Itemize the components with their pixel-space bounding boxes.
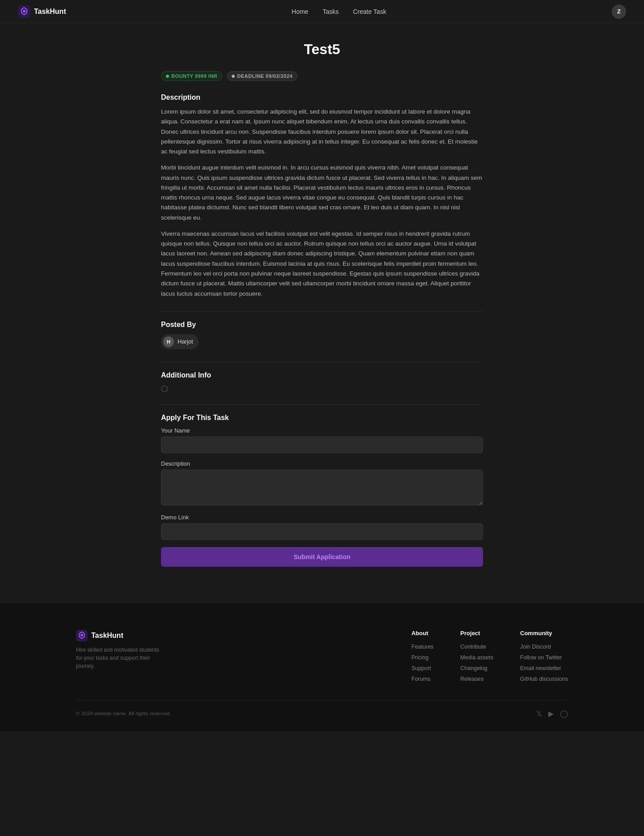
instagram-icon[interactable]: ◯ — [560, 709, 568, 718]
footer-top: TaskHunt Hire skilled and motivated stud… — [76, 630, 568, 682]
deadline-label: DEADLINE 09/02/2024 — [237, 73, 292, 79]
footer-tagline: Hire skilled and motivated students for … — [76, 646, 165, 670]
author-avatar: H — [163, 336, 174, 347]
youtube-icon[interactable]: ▶ — [548, 709, 554, 718]
apply-section: Apply For This Task Your Name Descriptio… — [161, 414, 483, 567]
footer-logo: TaskHunt — [76, 630, 165, 641]
main-content: Test5 BOUNTY 9999 INR DEADLINE 09/02/202… — [152, 23, 492, 603]
footer-col-project-title: Project — [460, 630, 493, 637]
footer-col-project: Project Contribute Media assets Changelo… — [460, 630, 493, 682]
apply-heading: Apply For This Task — [161, 414, 483, 422]
footer-bottom: © 2024 website name. All rights reserved… — [76, 700, 568, 718]
deadline-badge: DEADLINE 09/02/2024 — [227, 71, 297, 81]
footer-logo-text: TaskHunt — [91, 632, 123, 640]
bounty-label: BOUNTY 9999 INR — [171, 73, 217, 79]
bounty-badge: BOUNTY 9999 INR — [161, 71, 222, 81]
svg-point-2 — [23, 10, 25, 13]
description-para-1: Lorem ipsum dolor sit amet, consectetur … — [161, 107, 483, 157]
divider-3 — [161, 404, 483, 405]
author-chip: H Harjot — [161, 334, 199, 349]
description-para-2: Morbi tincidunt augue interdum velit eui… — [161, 163, 483, 223]
footer-logo-icon — [76, 630, 88, 641]
footer-link-support[interactable]: Support — [411, 665, 431, 671]
nav-create-task-link[interactable]: Create Task — [353, 8, 386, 15]
description-section: Description Lorem ipsum dolor sit amet, … — [161, 93, 483, 299]
twitter-icon[interactable]: 𝕏 — [536, 709, 542, 718]
nav-home-link[interactable]: Home — [292, 8, 308, 15]
demo-link-field-group: Demo Link — [161, 514, 483, 540]
footer-col-community-links: Join Discord Follow on Twitter Email new… — [520, 643, 568, 682]
svg-point-5 — [80, 634, 83, 637]
footer-link-twitter[interactable]: Follow on Twitter — [520, 654, 562, 661]
footer-col-project-links: Contribute Media assets Changelog Releas… — [460, 643, 493, 682]
apply-form: Your Name Description Demo Link Submit A… — [161, 427, 483, 567]
footer-link-media-assets[interactable]: Media assets — [460, 654, 493, 661]
navbar: TaskHunt Home Tasks Create Task Z — [0, 0, 644, 23]
divider-2 — [161, 362, 483, 362]
posted-by-heading: Posted By — [161, 321, 483, 329]
nav-links: Home Tasks Create Task — [292, 8, 386, 15]
footer-copyright: © 2024 website name. All rights reserved… — [76, 711, 171, 716]
posted-by-section: Posted By H Harjot — [161, 321, 483, 349]
footer-link-github[interactable]: GitHub discussions — [520, 676, 568, 682]
page-title: Test5 — [161, 41, 483, 58]
nav-logo[interactable]: TaskHunt — [18, 5, 66, 18]
footer-link-pricing[interactable]: Pricing — [411, 654, 428, 661]
footer-columns: About Features Pricing Support Forums Pr… — [411, 630, 568, 682]
footer-col-about-title: About — [411, 630, 433, 637]
footer-link-contribute[interactable]: Contribute — [460, 644, 486, 650]
footer-link-changelog[interactable]: Changelog — [460, 665, 487, 671]
submit-button[interactable]: Submit Application — [161, 547, 483, 567]
bounty-dot — [166, 75, 169, 78]
name-label: Your Name — [161, 427, 483, 434]
description-para-3: Viverra maecenas accumsan lacus vel faci… — [161, 229, 483, 299]
name-input[interactable] — [161, 437, 483, 453]
divider-1 — [161, 311, 483, 312]
description-label: Description — [161, 460, 483, 467]
footer-link-features[interactable]: Features — [411, 644, 433, 650]
footer-link-newsletter[interactable]: Email newsletter — [520, 665, 561, 671]
additional-info-heading: Additional Info — [161, 371, 483, 379]
footer-col-about: About Features Pricing Support Forums — [411, 630, 433, 682]
description-field-group: Description — [161, 460, 483, 507]
footer-link-discord[interactable]: Join Discord — [520, 644, 551, 650]
nav-avatar[interactable]: Z — [612, 4, 626, 19]
author-name: Harjot — [178, 338, 193, 345]
taskhunt-logo-icon — [18, 5, 30, 18]
footer-link-releases[interactable]: Releases — [460, 676, 483, 682]
footer-social: 𝕏 ▶ ◯ — [536, 709, 568, 718]
footer-col-community-title: Community — [520, 630, 568, 637]
name-field-group: Your Name — [161, 427, 483, 453]
deadline-dot — [232, 75, 235, 78]
nav-tasks-link[interactable]: Tasks — [322, 8, 339, 15]
description-textarea[interactable] — [161, 470, 483, 505]
footer-col-community: Community Join Discord Follow on Twitter… — [520, 630, 568, 682]
additional-info-section: Additional Info ◯ — [161, 371, 483, 392]
demo-link-input[interactable] — [161, 523, 483, 540]
description-heading: Description — [161, 93, 483, 102]
footer-brand: TaskHunt Hire skilled and motivated stud… — [76, 630, 165, 670]
footer: TaskHunt Hire skilled and motivated stud… — [0, 603, 644, 731]
footer-link-forums[interactable]: Forums — [411, 676, 430, 682]
badges-row: BOUNTY 9999 INR DEADLINE 09/02/2024 — [161, 71, 483, 81]
footer-col-about-links: Features Pricing Support Forums — [411, 643, 433, 682]
demo-link-label: Demo Link — [161, 514, 483, 521]
info-icon: ◯ — [161, 385, 168, 392]
